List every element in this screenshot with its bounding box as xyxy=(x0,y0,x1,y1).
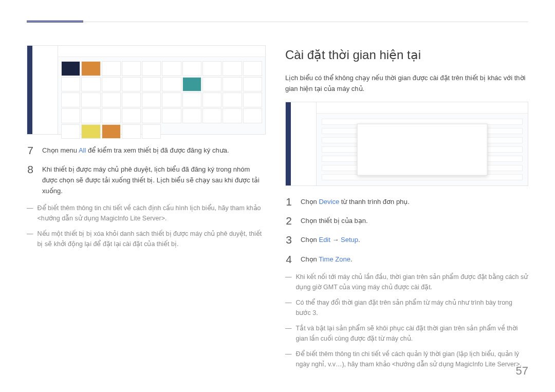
bullet-item: ― Khi kết nối tới máy chủ lần đầu, thời … xyxy=(285,272,528,292)
step-text: Chọn menu All để kiểm tra xem thiết bị đ… xyxy=(42,144,229,156)
step-8: 8 Khi thiết bị được máy chủ phê duyệt, l… xyxy=(27,163,266,196)
page-border xyxy=(27,22,528,22)
bullet-item: ― Tắt và bật lại sản phẩm sẽ khôi phục c… xyxy=(285,323,528,344)
dash-icon: ― xyxy=(27,229,33,249)
text-prefix: Chọn menu xyxy=(42,146,79,154)
dash-icon: ― xyxy=(27,203,33,223)
step-text: Chọn Edit → Setup. xyxy=(301,233,360,246)
screenshot-setup-dialog xyxy=(285,102,528,186)
step-2: 2 Chọn thiết bị của bạn. xyxy=(285,214,528,227)
right-column: Cài đặt thời gian hiện tại Lịch biểu có … xyxy=(285,45,528,375)
dash-icon: ― xyxy=(285,349,292,369)
dash-icon: ― xyxy=(285,323,292,344)
step-7: 7 Chọn menu All để kiểm tra xem thiết bị… xyxy=(27,144,266,157)
text-suffix: từ thanh trình đơn phụ. xyxy=(339,198,410,206)
step-number: 8 xyxy=(27,163,34,176)
step-text: Khi thiết bị được máy chủ phê duyệt, lịc… xyxy=(42,163,266,196)
step-text: Chọn Device từ thanh trình đơn phụ. xyxy=(301,195,410,208)
bullet-text: Có thể thay đổi thời gian đặt trên sản p… xyxy=(296,297,529,318)
bullet-text: Để biết thêm thông tin chi tiết về cách … xyxy=(38,203,266,223)
page-number: 57 xyxy=(516,362,528,380)
dash-icon: ― xyxy=(285,272,292,292)
link-edit: Edit xyxy=(319,236,330,244)
step-text: Chọn Time Zone. xyxy=(301,253,353,265)
step-3: 3 Chọn Edit → Setup. xyxy=(285,233,528,246)
dash-icon: ― xyxy=(285,297,292,318)
bullet-item: ― Có thể thay đổi thời gian đặt trên sản… xyxy=(285,297,528,318)
link-timezone: Time Zone xyxy=(319,255,350,263)
bullet-text: Để biết thêm thông tin chi tiết về cách … xyxy=(296,349,529,369)
right-bullets: ― Khi kết nối tới máy chủ lần đầu, thời … xyxy=(285,272,528,369)
text-prefix: Chọn xyxy=(301,255,319,263)
step-number: 4 xyxy=(285,253,292,266)
text-prefix: Chọn xyxy=(301,236,319,244)
section-title: Cài đặt thời gian hiện tại xyxy=(285,45,528,65)
step-number: 1 xyxy=(285,195,292,208)
link-all: All xyxy=(79,146,86,154)
bullet-item: ― Để biết thêm thông tin chi tiết về các… xyxy=(27,203,266,223)
text-suffix: để kiểm tra xem thiết bị đã được đăng ký… xyxy=(86,146,229,154)
left-bullets: ― Để biết thêm thông tin chi tiết về các… xyxy=(27,203,266,249)
step-text: Chọn thiết bị của bạn. xyxy=(301,214,368,227)
link-device: Device xyxy=(319,198,339,206)
link-setup: Setup xyxy=(341,236,358,244)
text-suffix: . xyxy=(358,236,360,244)
bullet-text: Tắt và bật lại sản phẩm sẽ khôi phục cài… xyxy=(296,323,529,344)
step-number: 7 xyxy=(27,144,34,157)
bullet-item: ― Nếu một thiết bị bị xóa khỏi danh sách… xyxy=(27,229,266,249)
bullet-text: Khi kết nối tới máy chủ lần đầu, thời gi… xyxy=(296,272,529,292)
text-prefix: Chọn xyxy=(301,198,319,206)
arrow-icon: → xyxy=(330,236,341,244)
bullet-item: ― Để biết thêm thông tin chi tiết về các… xyxy=(285,349,528,369)
bullet-text: Nếu một thiết bị bị xóa khỏi danh sách t… xyxy=(38,229,266,249)
step-number: 2 xyxy=(285,214,292,227)
step-1: 1 Chọn Device từ thanh trình đơn phụ. xyxy=(285,195,528,208)
step-4: 4 Chọn Time Zone. xyxy=(285,253,528,266)
step-number: 3 xyxy=(285,233,292,246)
left-column: 7 Chọn menu All để kiểm tra xem thiết bị… xyxy=(27,45,266,375)
text-suffix: . xyxy=(350,255,353,263)
intro-text: Lịch biểu có thể không chạy nếu thời gia… xyxy=(285,73,528,95)
screenshot-device-grid xyxy=(27,45,266,135)
